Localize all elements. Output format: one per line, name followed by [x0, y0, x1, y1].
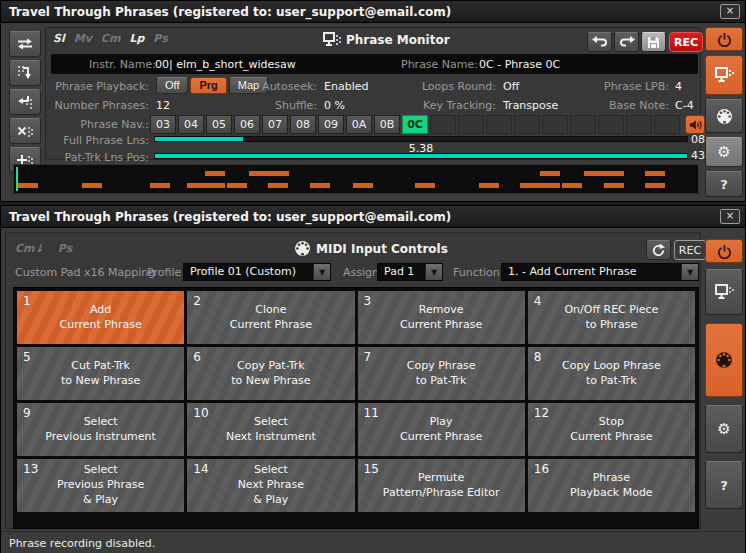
midi-din-icon	[716, 108, 733, 125]
phrase-preview-canvas[interactable]	[13, 164, 699, 194]
audition-speaker-button[interactable]	[685, 115, 705, 134]
loops-round-value[interactable]: Off	[503, 80, 519, 93]
phrase-nav-cell-empty[interactable]	[430, 115, 456, 134]
chevron-down-icon[interactable]: ▼	[681, 264, 698, 280]
toolbar-tag-cm[interactable]: Cm	[101, 32, 121, 45]
pad-button-14[interactable]: 14Select Next Phrase & Play	[187, 459, 354, 512]
phrase-nav-cell-07[interactable]: 07	[262, 115, 288, 134]
phrase-playback-option-off[interactable]: Off	[156, 77, 188, 94]
help-button[interactable]: ?	[705, 171, 743, 197]
midi-din-icon	[715, 351, 733, 369]
pad-button-12[interactable]: 12Stop Current Phrase	[528, 403, 695, 456]
tab-midi-controls[interactable]	[705, 99, 743, 133]
help-button[interactable]: ?	[705, 461, 743, 509]
speaker-icon	[688, 119, 702, 131]
phrase-nav-cell-09[interactable]: 09	[318, 115, 344, 134]
phrase-nav-cell-empty[interactable]	[570, 115, 596, 134]
pad-button-13[interactable]: 13Select Previous Phrase & Play	[17, 459, 184, 512]
save-button[interactable]	[641, 32, 666, 52]
undo-button[interactable]	[587, 32, 612, 52]
pad-button-3[interactable]: 3Remove Current Phrase	[358, 291, 525, 344]
settings-button[interactable]: ⚙	[705, 137, 743, 167]
note-block	[645, 171, 665, 176]
pad-button-1[interactable]: 1Add Current Phrase	[17, 291, 184, 344]
pad-label: On/Off REC Piece to Phrase	[528, 291, 695, 344]
autoseek-value[interactable]: Enabled	[324, 80, 368, 93]
toolbar-tag-ps[interactable]: Ps	[153, 32, 167, 45]
close-icon[interactable]: ×	[720, 209, 740, 224]
pad-label: Clone Current Phrase	[187, 291, 354, 344]
toolbar-tag-ps[interactable]: Ps	[58, 242, 72, 255]
phrase-nav-cell-empty[interactable]	[654, 115, 680, 134]
tab-midi-controls[interactable]	[705, 323, 743, 397]
note-block	[249, 171, 269, 176]
phrase-lpb-value[interactable]: 4	[675, 80, 682, 93]
phrase-nav-cell-empty[interactable]	[598, 115, 624, 134]
redo-button[interactable]	[614, 32, 639, 52]
phrase-nav-cell-empty[interactable]	[458, 115, 484, 134]
window2-titlebar[interactable]: Travel Through Phrases (registered to: u…	[1, 206, 745, 228]
pad-button-8[interactable]: 8Copy Loop Phrase to Pat-Trk	[528, 347, 695, 400]
phrase-nav-cell-0c[interactable]: 0C	[402, 115, 428, 134]
pad-button-6[interactable]: 6Copy Pat-Trk to New Phrase	[187, 347, 354, 400]
phrase-nav-cell-04[interactable]: 04	[178, 115, 204, 134]
pad-button-2[interactable]: 2Clone Current Phrase	[187, 291, 354, 344]
instr-name-label: Instr. Name:	[89, 58, 156, 71]
phrase-nav-strip: 030405060708090A0B0C	[150, 115, 683, 134]
undo-arrow-icon	[592, 36, 608, 48]
redo-arrow-icon	[619, 36, 635, 48]
phrase-nav-cell-06[interactable]: 06	[234, 115, 260, 134]
phrase-name-value[interactable]: 0C - Phrase 0C	[479, 58, 560, 71]
close-icon[interactable]: ×	[720, 4, 740, 19]
pad-button-4[interactable]: 4On/Off REC Piece to Phrase	[528, 291, 695, 344]
function-select[interactable]: 1. - Add Current Phrase ▼	[501, 263, 699, 281]
phrase-nav-cell-empty[interactable]	[514, 115, 540, 134]
pad-button-11[interactable]: 11Play Current Phrase	[358, 403, 525, 456]
pat-trk-lns-pos-slider[interactable]	[154, 153, 688, 159]
sync-button[interactable]	[646, 240, 671, 260]
phrase-nav-cell-0a[interactable]: 0A	[346, 115, 372, 134]
phrase-nav-cell-0b[interactable]: 0B	[374, 115, 400, 134]
note-block	[269, 171, 289, 176]
full-phrase-lns-value[interactable]: 08	[691, 133, 705, 146]
rec-button[interactable]: REC	[674, 240, 706, 260]
phrase-nav-cell-08[interactable]: 08	[290, 115, 316, 134]
phrase-nav-cell-05[interactable]: 05	[206, 115, 232, 134]
chevron-down-icon[interactable]: ▼	[425, 264, 442, 280]
settings-button[interactable]: ⚙	[705, 405, 743, 453]
toolbar-tag-lp[interactable]: Lp	[129, 32, 144, 45]
toolbar-tag-cm[interactable]: Cm↓	[15, 242, 44, 255]
toolbar-tag-mv[interactable]: Mv	[74, 32, 92, 45]
full-phrase-lns-fill	[155, 137, 243, 141]
phrase-nav-cell-empty[interactable]	[626, 115, 652, 134]
base-note-value[interactable]: C-4	[675, 99, 694, 112]
phrase-nav-cell-empty[interactable]	[542, 115, 568, 134]
note-block	[310, 183, 330, 188]
phrase-nav-cell-03[interactable]: 03	[150, 115, 176, 134]
assign-select[interactable]: Pad 1 ▼	[377, 263, 443, 281]
pad-button-5[interactable]: 5Cut Pat-Trk to New Phrase	[17, 347, 184, 400]
pad-button-16[interactable]: 16Phrase Playback Mode	[528, 459, 695, 512]
shuffle-value[interactable]: 0 %	[324, 99, 345, 112]
phrase-nav-cell-empty[interactable]	[486, 115, 512, 134]
number-phrases-value[interactable]: 12	[156, 99, 170, 112]
tab-phrase-monitor[interactable]	[705, 55, 743, 95]
pat-trk-lns-pos-value[interactable]: 43	[691, 149, 705, 162]
pad-button-10[interactable]: 10Select Next Instrument	[187, 403, 354, 456]
tab-phrase-monitor[interactable]	[705, 269, 743, 315]
pad-button-9[interactable]: 9Select Previous Instrument	[17, 403, 184, 456]
rec-button[interactable]: REC	[669, 32, 703, 52]
window1-titlebar[interactable]: Travel Through Phrases (registered to: u…	[1, 1, 745, 23]
chevron-down-icon[interactable]: ▼	[313, 264, 330, 280]
swap-arrows-button[interactable]	[9, 31, 41, 57]
pad-button-15[interactable]: 15Permute Pattern/Phrase Editor	[358, 459, 525, 512]
power-button[interactable]	[705, 239, 743, 263]
profile-select[interactable]: Profile 01 (Custom) ▼	[183, 263, 331, 281]
note-block	[604, 171, 624, 176]
note-block	[205, 171, 225, 176]
pad-button-7[interactable]: 7Copy Phrase to Pat-Trk	[358, 347, 525, 400]
power-button[interactable]	[705, 27, 743, 51]
toolbar-tag-sl[interactable]: Sl	[53, 32, 65, 45]
instr-name-value[interactable]: 00| elm_b_short_widesaw	[155, 58, 296, 71]
pad-label: Copy Loop Phrase to Pat-Trk	[528, 347, 695, 400]
